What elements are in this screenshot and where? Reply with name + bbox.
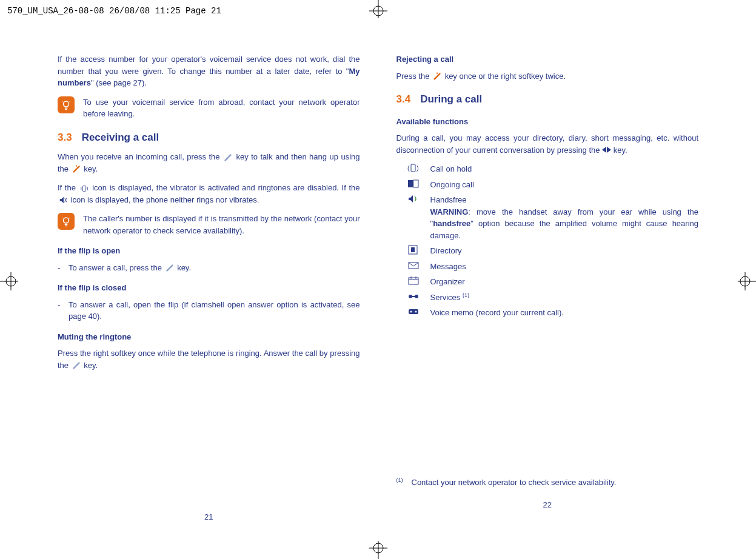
flip-closed-heading: If the flip is closed — [58, 282, 360, 294]
section-number: 3.4 — [396, 93, 411, 105]
tip-voicemail-abroad: To use your voicemail service from abroa… — [58, 96, 360, 120]
label: Organizer — [430, 276, 699, 288]
tip-caller-id: The caller's number is displayed if it i… — [58, 213, 360, 236]
lightbulb-icon — [58, 96, 75, 113]
rejecting-para: Press the key once or the right softkey … — [396, 70, 699, 82]
flip-closed-bullet: - To answer a call, open the flip (if cl… — [58, 299, 360, 323]
text: Services — [430, 293, 461, 302]
svg-point-44 — [415, 311, 416, 313]
text: Press the — [396, 72, 432, 81]
svg-text:(: ( — [407, 164, 410, 172]
page-number: 22 — [396, 499, 699, 511]
vibrate-icon — [80, 184, 89, 193]
crop-mark-top — [366, 0, 390, 24]
send-key-icon — [166, 264, 174, 272]
label: Services (1) — [430, 292, 699, 304]
rejecting-heading: Rejecting a call — [396, 53, 699, 65]
svg-rect-28 — [411, 164, 415, 172]
section-title: During a call — [420, 93, 482, 105]
text: icon is displayed, the vibrator is activ… — [90, 183, 360, 192]
svg-rect-30 — [408, 180, 413, 187]
end-key-icon — [433, 72, 441, 81]
row-organizer: Organizer — [407, 276, 699, 288]
svg-line-15 — [62, 101, 63, 102]
voicemail-para: If the access number for your operator's… — [58, 53, 360, 89]
label: Call on hold — [430, 163, 699, 175]
spread: If the access number for your operator's… — [58, 53, 698, 523]
row-voice-memo: Voice memo (record your current call). — [407, 307, 699, 319]
svg-point-17 — [76, 166, 77, 167]
text: If the access number for your operator's… — [58, 55, 360, 76]
svg-point-21 — [64, 218, 69, 223]
svg-rect-33 — [411, 247, 415, 252]
hold-icon: () — [407, 163, 420, 173]
bullet-text: To answer a call, press the key. — [69, 262, 360, 274]
available-functions-para: During a call, you may access your direc… — [396, 132, 699, 156]
text: key once or the right softkey twice. — [443, 72, 566, 81]
services-icon — [407, 292, 420, 301]
text: " (see page 27). — [91, 78, 147, 87]
row-ongoing-call: Ongoing call — [407, 179, 699, 191]
bullet-text: To answer a call, open the flip (if clam… — [69, 299, 360, 323]
label: Messages — [430, 261, 699, 273]
flip-open-heading: If the flip is open — [58, 245, 360, 257]
flip-open-bullet: - To answer a call, press the key. — [58, 262, 360, 274]
crop-mark-right — [732, 269, 756, 293]
svg-line-16 — [69, 101, 70, 102]
receiving-para-2: If the icon is displayed, the vibrator i… — [58, 182, 360, 206]
label: Handsfree — [430, 195, 467, 204]
section-3-3-heading: 3.3Receiving a call — [58, 130, 360, 146]
text: To answer a call, press the — [69, 263, 164, 272]
svg-rect-40 — [415, 295, 418, 298]
silent-icon — [59, 196, 67, 204]
page-22: Rejecting a call Press the key once or t… — [396, 53, 699, 523]
text: icon is displayed, the phone neither rin… — [69, 195, 259, 204]
row-services: Services (1) — [407, 292, 699, 304]
tip-text: To use your voicemail service from abroa… — [83, 96, 360, 120]
svg-rect-35 — [409, 278, 418, 284]
messages-icon — [407, 261, 420, 270]
section-3-4-heading: 3.4During a call — [396, 92, 699, 107]
section-number: 3.3 — [58, 132, 72, 143]
directory-icon — [407, 245, 420, 255]
footnote-mark: (1) — [396, 477, 403, 489]
text: If the — [58, 183, 79, 192]
end-key-icon — [72, 165, 81, 173]
page-21: If the access number for your operator's… — [58, 53, 360, 523]
svg-text:): ) — [416, 164, 419, 172]
dash: - — [58, 262, 62, 274]
text: key. — [82, 361, 98, 370]
ongoing-call-icon — [407, 179, 420, 189]
row-directory: Directory — [407, 245, 699, 257]
print-slug: 570_UM_USA_26-08-08 26/08/08 11:25 Page … — [7, 5, 221, 18]
text: key. — [82, 164, 98, 173]
svg-line-24 — [62, 218, 63, 219]
text: When you receive an incoming call, press… — [58, 152, 222, 161]
muting-heading: Muting the ringtone — [58, 331, 360, 343]
svg-rect-42 — [409, 309, 418, 314]
section-title: Receiving a call — [82, 132, 159, 143]
send-key-icon — [72, 361, 81, 370]
lightbulb-icon — [58, 213, 75, 230]
voice-memo-icon — [407, 307, 420, 316]
text: " option because the amplified volume mi… — [430, 219, 699, 240]
row-handsfree: Handsfree WARNING: move the handset away… — [407, 194, 699, 241]
svg-point-12 — [64, 101, 69, 107]
svg-rect-39 — [409, 295, 412, 298]
muting-para: Press the right softkey once while the t… — [58, 347, 360, 371]
svg-point-26 — [437, 73, 438, 74]
available-functions-heading: Available functions — [396, 116, 699, 128]
text: key. — [611, 146, 627, 155]
svg-line-25 — [69, 218, 70, 219]
text: key. — [175, 263, 192, 272]
label: Directory — [430, 245, 699, 257]
row-call-on-hold: () Call on hold — [407, 163, 699, 175]
footnote: (1) Contact your network operator to che… — [396, 477, 699, 489]
row-messages: Messages — [407, 261, 699, 273]
send-key-icon — [224, 153, 232, 162]
text: During a call, you may access your direc… — [396, 133, 699, 155]
footnote-mark: (1) — [463, 292, 469, 298]
crop-mark-left — [0, 269, 24, 293]
crop-mark-bottom — [366, 535, 390, 559]
text: handsfree — [433, 219, 470, 228]
